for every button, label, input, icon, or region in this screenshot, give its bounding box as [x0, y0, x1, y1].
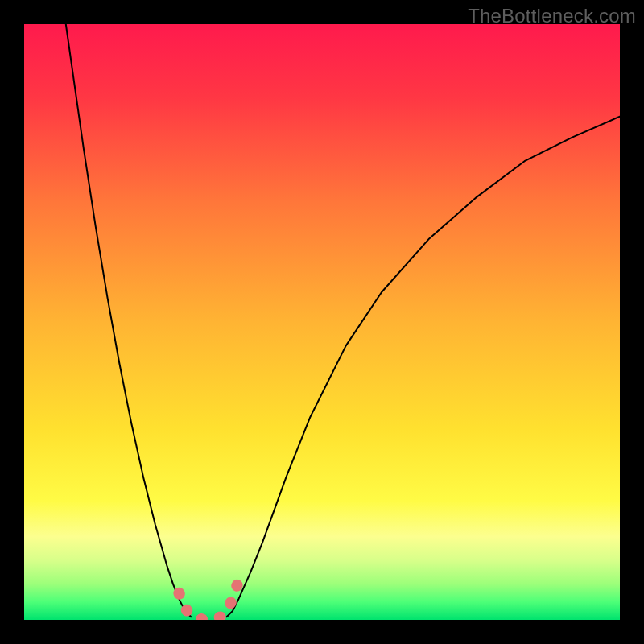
bottleneck-chart [24, 24, 620, 620]
chart-background [24, 24, 620, 620]
watermark-text: TheBottleneck.com [468, 5, 636, 27]
chart-frame [24, 24, 620, 620]
